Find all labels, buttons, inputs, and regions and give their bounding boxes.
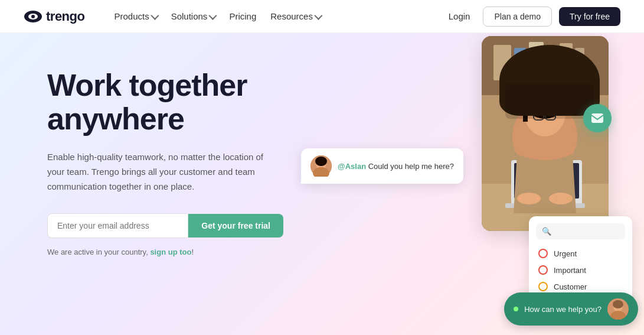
active-notice: We are active in your country, sign up t… (47, 248, 283, 256)
nav-item-solutions[interactable]: Solutions (165, 8, 221, 25)
hero-photo-card (482, 36, 609, 231)
nav-products-label: Products (114, 11, 149, 21)
online-status-dot (514, 307, 518, 311)
svg-point-17 (522, 77, 567, 119)
get-trial-button[interactable]: Get your free trial (188, 214, 283, 238)
email-notification-bubble (583, 104, 612, 132)
chat-widget[interactable]: How can we help you? (504, 292, 638, 326)
products-chevron-icon (151, 11, 159, 19)
resources-chevron-icon (314, 11, 322, 19)
active-text: We are active in your country, (47, 248, 148, 256)
search-icon: 🔍 (542, 227, 551, 236)
dropdown-item-important[interactable]: Important (536, 262, 625, 278)
nav-links: Products Solutions Pricing Resources (108, 8, 442, 25)
hero-subtitle: Enable high-quality teamwork, no matter … (47, 150, 272, 194)
logo[interactable]: trengo (24, 9, 84, 24)
hero-title: Work together anywhere (47, 69, 283, 136)
radio-customer (538, 282, 548, 291)
svg-rect-24 (591, 113, 603, 123)
logo-icon (24, 10, 43, 23)
nav-pricing-label: Pricing (229, 11, 256, 21)
sign-up-link[interactable]: sign up too (150, 248, 191, 256)
nav-item-products[interactable]: Products (108, 8, 162, 25)
svg-rect-9 (560, 43, 573, 81)
dropdown-label-urgent: Urgent (554, 249, 577, 258)
dropdown-item-urgent[interactable]: Urgent (536, 245, 625, 262)
svg-point-31 (613, 300, 623, 308)
dropdown-search-bar[interactable]: 🔍 (536, 223, 625, 239)
hero-left: Work together anywhere Enable high-quali… (0, 33, 307, 335)
radio-urgent (538, 249, 548, 258)
svg-rect-18 (523, 98, 528, 122)
active-punctuation: ! (191, 248, 194, 256)
dropdown-label-important: Important (554, 266, 586, 275)
chat-bubble: @Aslan Could you help me here? (301, 148, 463, 184)
hero-title-line1: Work together (47, 68, 247, 102)
logo-text: trengo (46, 9, 84, 24)
login-button[interactable]: Login (443, 8, 476, 25)
plan-demo-button[interactable]: Plan a demo (483, 6, 552, 27)
svg-point-2 (31, 15, 35, 18)
chat-widget-text: How can we help you? (524, 305, 601, 314)
svg-point-23 (549, 193, 573, 204)
svg-point-16 (524, 89, 565, 136)
chat-avatar (310, 155, 332, 177)
svg-rect-7 (529, 42, 544, 80)
nav-solutions-label: Solutions (171, 11, 208, 21)
svg-rect-10 (575, 48, 584, 81)
svg-point-27 (315, 157, 327, 166)
navbar: trengo Products Solutions Pricing Resour… (0, 0, 644, 33)
hero-section: Work together anywhere Enable high-quali… (0, 33, 644, 335)
radio-important (538, 265, 548, 275)
nav-item-resources[interactable]: Resources (264, 8, 326, 25)
svg-rect-5 (493, 45, 511, 80)
nav-resources-label: Resources (270, 11, 313, 21)
nav-right: Login Plan a demo Try for free (443, 6, 620, 27)
chat-message: Could you help me here? (366, 162, 454, 171)
svg-rect-8 (547, 47, 557, 81)
chat-mention: @Aslan (338, 162, 366, 171)
svg-rect-6 (514, 48, 526, 80)
dropdown-label-customer: Customer (554, 282, 587, 291)
email-form: Get your free trial (47, 213, 283, 238)
photo-person (482, 36, 609, 231)
hero-right: @Aslan Could you help me here? 🔍 Urgent … (307, 33, 644, 335)
solutions-chevron-icon (209, 11, 217, 19)
email-input[interactable] (47, 213, 188, 238)
nav-item-pricing[interactable]: Pricing (223, 8, 262, 25)
chat-widget-avatar (607, 298, 629, 320)
chat-text: @Aslan Could you help me here? (338, 162, 454, 171)
hero-title-line2: anywhere (47, 102, 184, 136)
svg-point-22 (517, 193, 541, 204)
try-free-button[interactable]: Try for free (559, 7, 620, 26)
